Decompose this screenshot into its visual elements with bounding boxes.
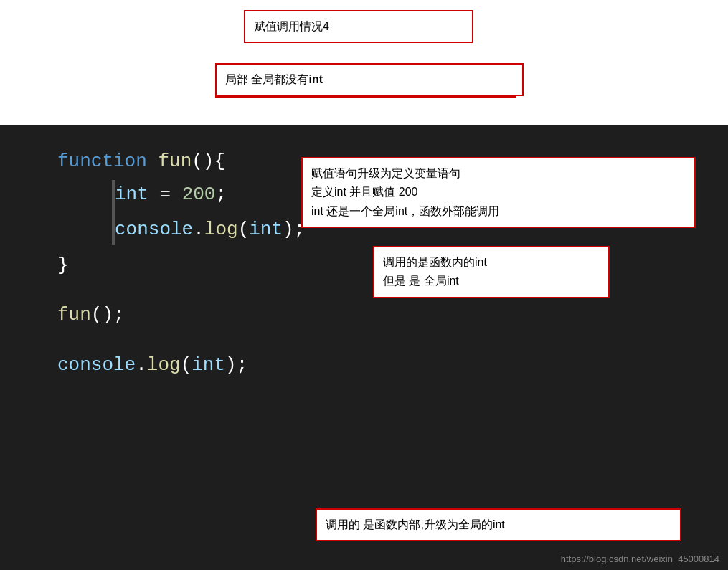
keyword-function: function [57, 147, 147, 177]
keyword-fun: fun [158, 147, 192, 177]
subtitle-label: 局部 全局都没有int [225, 73, 323, 85]
code-line-5: fun (); [57, 300, 671, 331]
annotation-box-3: 调用的 是函数内部,升级为全局的int [316, 508, 681, 541]
watermark: https://blog.csdn.net/weixin_45000814 [561, 554, 719, 564]
subtitle-annotation: 局部 全局都没有int [215, 63, 524, 96]
white-header: 赋值调用情况4 局部 全局都没有int [0, 0, 728, 125]
annotation-box-1: 赋值语句升级为定义变量语句 定义int 并且赋值 200 int 还是一个全局i… [301, 157, 696, 228]
number-200: 200 [182, 180, 216, 210]
ann2-line1: 调用的是函数内的int [383, 253, 600, 272]
var-int-1: int [115, 180, 148, 210]
title-annotation: 赋值调用情况4 [244, 10, 473, 43]
ann2-line2: 但是 是 全局int [383, 272, 600, 290]
title-label: 赋值调用情况4 [254, 20, 329, 32]
code-line-6: console . log ( int ); [57, 351, 671, 381]
keyword-log-2: log [147, 351, 181, 381]
ann3-text: 调用的 是函数内部,升级为全局的int [326, 518, 505, 531]
ann1-line3: int 还是一个全局int，函数外部能调用 [311, 202, 686, 221]
code-area: function fun (){ int = 200 ; console . l… [0, 125, 728, 570]
page-container: 赋值调用情况4 局部 全局都没有int function fun (){ int… [0, 0, 728, 570]
keyword-fun-call: fun [57, 300, 91, 331]
var-int-2: int [249, 215, 283, 245]
ann1-line1: 赋值语句升级为定义变量语句 [311, 164, 686, 183]
annotation-box-2: 调用的是函数内的int 但是 是 全局int [373, 246, 610, 298]
var-int-3: int [192, 351, 225, 381]
keyword-console-2: console [57, 351, 136, 381]
keyword-log-1: log [204, 215, 238, 245]
keyword-console-1: console [115, 215, 193, 245]
ann1-line2: 定义int 并且赋值 200 [311, 183, 686, 201]
